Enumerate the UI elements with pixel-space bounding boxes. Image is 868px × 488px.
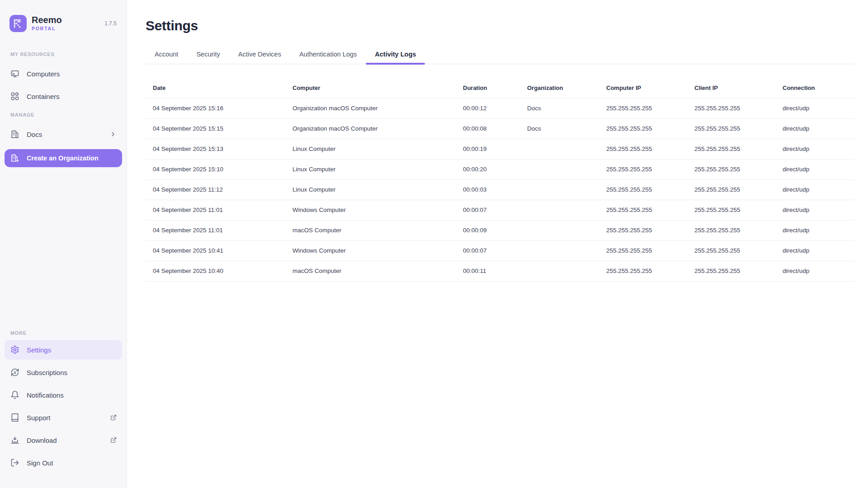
brand: Reemo PORTAL 1.7.5: [9, 14, 121, 32]
table-cell: Docs: [527, 98, 606, 118]
table-cell: Linux Computer: [292, 159, 463, 179]
bell-icon: [10, 390, 19, 399]
table-row: 04 September 2025 11:12Linux Computer00:…: [146, 179, 854, 200]
table-cell: 00:00:20: [463, 159, 527, 179]
table-cell: Linux Computer: [292, 139, 463, 159]
table-cell: [527, 200, 606, 220]
table-cell: Windows Computer: [292, 240, 463, 261]
table-cell: direct/udp: [783, 118, 854, 139]
reemo-logo-icon: [9, 15, 27, 32]
table-cell: [527, 159, 606, 179]
table-row: 04 September 2025 15:16Organization macO…: [146, 98, 854, 118]
sidebar-item-label: Settings: [27, 346, 51, 354]
sidebar-item-notifications[interactable]: Notifications: [5, 385, 122, 405]
sidebar-item-label: Containers: [27, 93, 60, 100]
sidebar-item-label: Download: [27, 436, 57, 444]
create-organization-label: Create an Organization: [27, 155, 99, 162]
table-cell: 255.255.255.255: [606, 179, 694, 200]
column-header-date: Date: [146, 78, 292, 98]
sidebar-item-computers[interactable]: Computers: [5, 64, 122, 84]
column-header-duration: Duration: [463, 78, 527, 98]
brand-text: Reemo PORTAL: [32, 15, 62, 31]
table-cell: 00:00:12: [463, 98, 527, 118]
table-cell: 255.255.255.255: [694, 240, 783, 261]
table-cell: 00:00:09: [463, 220, 527, 240]
sidebar-item-subscriptions[interactable]: $ Subscriptions: [5, 362, 122, 382]
table-cell: 255.255.255.255: [606, 220, 694, 240]
containers-icon: [10, 92, 19, 101]
tab-activity-logs[interactable]: Activity Logs: [366, 45, 425, 64]
table-cell: direct/udp: [783, 159, 854, 179]
table-cell: 00:00:19: [463, 139, 527, 159]
sidebar-item-download[interactable]: Download: [5, 430, 122, 450]
tab-security[interactable]: Security: [187, 45, 229, 64]
sidebar-spacer: [5, 167, 122, 330]
table-cell: direct/udp: [783, 240, 854, 261]
table-cell: Windows Computer: [292, 200, 463, 220]
section-more: MORE: [10, 330, 122, 336]
column-header-organization: Organization: [527, 78, 606, 98]
column-header-computer-ip: Computer IP: [606, 78, 694, 98]
sidebar-item-label: Computers: [27, 70, 60, 78]
table-cell: 255.255.255.255: [694, 261, 783, 281]
column-header-computer: Computer: [292, 78, 463, 98]
brand-name: Reemo: [32, 15, 62, 25]
table-cell: 255.255.255.255: [606, 139, 694, 159]
download-to-device-icon: [10, 436, 19, 445]
sidebar-item-label: Notifications: [27, 391, 64, 399]
create-organization-button[interactable]: Create an Organization: [5, 149, 122, 167]
table-cell: 04 September 2025 10:41: [146, 240, 292, 261]
table-cell: 255.255.255.255: [694, 139, 783, 159]
table-cell: Organization macOS Computer: [292, 98, 463, 118]
table-cell: Linux Computer: [292, 179, 463, 200]
organization-building-icon: [10, 130, 19, 139]
table-cell: macOS Computer: [292, 261, 463, 281]
table-cell: 255.255.255.255: [694, 179, 783, 200]
table-cell: 04 September 2025 15:10: [146, 159, 292, 179]
table-cell: 00:00:07: [463, 240, 527, 261]
table-cell: 04 September 2025 10:40: [146, 261, 292, 281]
sidebar-item-settings[interactable]: Settings: [5, 340, 122, 360]
table-cell: 00:00:07: [463, 200, 527, 220]
table-cell: direct/udp: [783, 200, 854, 220]
sidebar: Reemo PORTAL 1.7.5 MY RESOURCES Computer…: [0, 0, 127, 488]
table-cell: direct/udp: [783, 179, 854, 200]
table-cell: 255.255.255.255: [694, 220, 783, 240]
table-cell: [527, 261, 606, 281]
chevron-right-icon[interactable]: [109, 131, 117, 138]
column-header-client-ip: Client IP: [694, 78, 783, 98]
main-content: Settings Account Security Active Devices…: [127, 0, 868, 488]
table-cell: 255.255.255.255: [606, 118, 694, 139]
table-cell: [527, 240, 606, 261]
table-cell: direct/udp: [783, 261, 854, 281]
table-row: 04 September 2025 15:15Organization macO…: [146, 118, 854, 139]
sidebar-item-sign-out[interactable]: Sign Out: [5, 453, 122, 473]
table-cell: 255.255.255.255: [694, 200, 783, 220]
table-cell: Docs: [527, 118, 606, 139]
external-link-icon: [110, 437, 117, 443]
sidebar-item-containers[interactable]: Containers: [5, 86, 122, 106]
table-cell: Organization macOS Computer: [292, 118, 463, 139]
table-cell: [527, 139, 606, 159]
tab-active-devices[interactable]: Active Devices: [229, 45, 290, 64]
tab-account[interactable]: Account: [146, 45, 187, 64]
table-cell: direct/udp: [783, 220, 854, 240]
sidebar-item-docs[interactable]: Docs: [5, 124, 122, 144]
table-row: 04 September 2025 11:01macOS Computer00:…: [146, 220, 854, 240]
sidebar-item-support[interactable]: Support: [5, 408, 122, 427]
table-cell: 255.255.255.255: [694, 118, 783, 139]
tab-authentication-logs[interactable]: Authentication Logs: [290, 45, 366, 64]
table-cell: 04 September 2025 11:01: [146, 220, 292, 240]
activity-table-body: 04 September 2025 15:16Organization macO…: [146, 98, 854, 281]
table-cell: 00:00:03: [463, 179, 527, 200]
table-cell: 255.255.255.255: [694, 159, 783, 179]
table-cell: direct/udp: [783, 139, 854, 159]
sidebar-item-label: Docs: [27, 131, 42, 138]
column-header-connection: Connection: [783, 78, 854, 98]
table-cell: 04 September 2025 11:01: [146, 200, 292, 220]
subscription-renew-icon: $: [10, 368, 19, 377]
table-row: 04 September 2025 11:01Windows Computer0…: [146, 200, 854, 220]
table-cell: [527, 220, 606, 240]
section-my-resources: MY RESOURCES: [10, 51, 122, 57]
sidebar-item-label: Support: [27, 414, 51, 422]
